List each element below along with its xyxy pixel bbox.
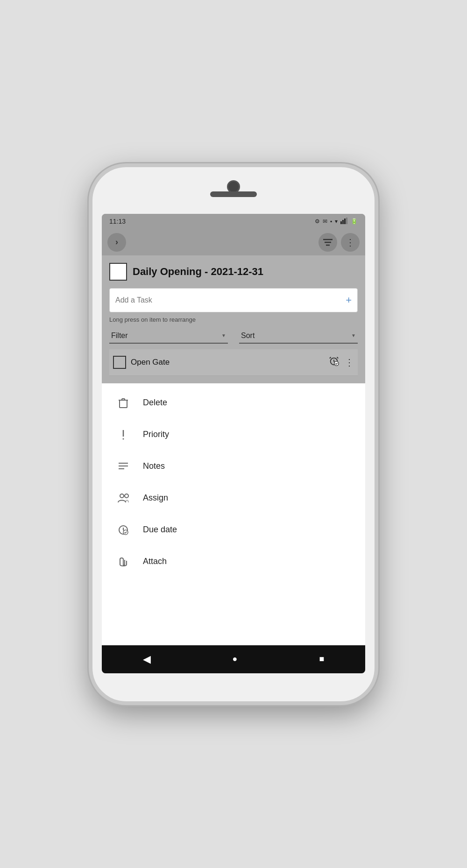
due-date-icon — [117, 523, 130, 536]
back-button[interactable]: › — [107, 233, 126, 252]
priority-label: Priority — [143, 430, 169, 439]
task-list-checkbox[interactable] — [109, 263, 127, 281]
phone-frame: 11:13 ⚙ ✉ ▪ ▾ — [89, 163, 378, 705]
delete-label: Delete — [143, 398, 167, 408]
status-icons: ⚙ ✉ ▪ ▾ 🔋 — [315, 218, 358, 226]
home-nav-button[interactable]: ● — [233, 654, 238, 664]
alarm-icon — [329, 356, 339, 368]
mail-icon: ✉ — [323, 218, 327, 225]
sdcard-icon: ▪ — [330, 218, 332, 225]
svg-point-17 — [123, 438, 124, 439]
menu-item-priority[interactable]: Priority — [102, 419, 365, 451]
sort-label: Sort — [241, 332, 255, 340]
task-more-icon[interactable]: ⋮ — [345, 357, 354, 368]
screen: 11:13 ⚙ ✉ ▪ ▾ — [102, 214, 365, 673]
menu-item-notes[interactable]: Notes — [102, 451, 365, 482]
menu-item-assign[interactable]: Assign — [102, 482, 365, 514]
svg-rect-11 — [120, 400, 127, 408]
add-task-button[interactable]: + — [346, 294, 352, 306]
sort-arrow-icon: ▼ — [351, 333, 356, 338]
add-task-row: + — [109, 288, 358, 312]
assign-icon — [117, 492, 130, 505]
speaker — [210, 191, 257, 197]
task-row: Open Gate ⋮ — [109, 349, 358, 376]
context-menu: Delete Priority — [102, 383, 365, 645]
filter-sort-row: Filter ▼ Sort ▼ — [109, 329, 358, 344]
attach-icon — [117, 555, 130, 568]
task-checkbox[interactable] — [113, 356, 126, 369]
hint-text: Long press on item to rearrange — [109, 316, 358, 323]
filter-arrow-icon: ▼ — [221, 333, 226, 338]
trash-icon — [117, 396, 130, 409]
recent-nav-button[interactable]: ■ — [319, 654, 325, 664]
signal-icon — [340, 218, 348, 226]
wifi-icon: ▾ — [335, 218, 338, 225]
filter-label: Filter — [111, 332, 128, 340]
exclamation-icon — [117, 428, 130, 441]
task-row-icons: ⋮ — [329, 356, 354, 368]
sort-dropdown[interactable]: Sort ▼ — [239, 329, 358, 344]
battery-icon: 🔋 — [351, 218, 358, 225]
filter-dropdown[interactable]: Filter ▼ — [109, 329, 228, 344]
svg-point-21 — [120, 494, 124, 498]
svg-rect-0 — [340, 221, 342, 224]
app-bar: › ⋮ — [102, 229, 365, 255]
svg-rect-3 — [346, 218, 347, 224]
chevron-right-icon: › — [115, 237, 118, 247]
app-bar-actions: ⋮ — [318, 233, 360, 252]
svg-line-9 — [337, 357, 338, 359]
assign-label: Assign — [143, 493, 168, 503]
menu-item-delete[interactable]: Delete — [102, 387, 365, 419]
notes-icon — [117, 460, 130, 473]
attach-label: Attach — [143, 557, 167, 566]
gear-icon: ⚙ — [315, 218, 320, 225]
filter-icon — [323, 238, 333, 247]
menu-item-attach[interactable]: Attach — [102, 546, 365, 578]
main-content: Daily Opening - 2021-12-31 + Long press … — [102, 255, 365, 383]
filter-button[interactable] — [318, 233, 337, 252]
nav-bar: ◀ ● ■ — [102, 645, 365, 673]
svg-point-22 — [125, 494, 128, 498]
power-button — [375, 298, 378, 335]
notes-label: Notes — [143, 461, 165, 471]
svg-rect-1 — [342, 220, 344, 224]
more-button[interactable]: ⋮ — [341, 233, 360, 252]
due-date-label: Due date — [143, 525, 177, 535]
status-bar: 11:13 ⚙ ✉ ▪ ▾ — [102, 214, 365, 229]
more-vert-icon: ⋮ — [346, 238, 355, 247]
svg-rect-2 — [344, 219, 346, 224]
task-name: Open Gate — [131, 358, 324, 367]
task-list-title: Daily Opening - 2021-12-31 — [133, 266, 263, 278]
status-time: 11:13 — [109, 218, 126, 225]
back-nav-button[interactable]: ◀ — [143, 653, 151, 665]
add-task-input[interactable] — [115, 296, 346, 304]
volume-button — [89, 261, 92, 284]
menu-item-due-date[interactable]: Due date — [102, 514, 365, 546]
task-title-row: Daily Opening - 2021-12-31 — [109, 263, 358, 281]
svg-line-8 — [330, 357, 331, 359]
